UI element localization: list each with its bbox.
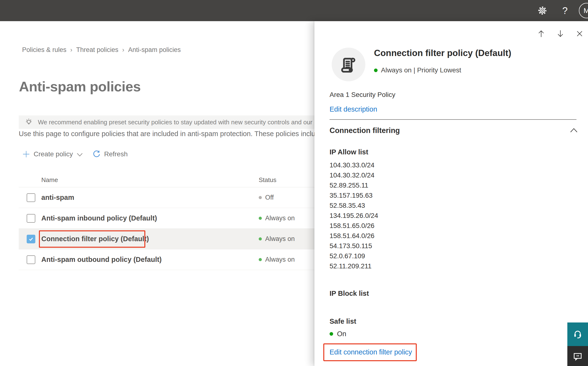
status-dot-icon xyxy=(374,69,378,72)
settings-gear-icon[interactable] xyxy=(535,3,550,18)
ip-entry: 52.58.35.43 xyxy=(330,201,378,211)
breadcrumb-anti-spam-policies[interactable]: Anti-spam policies xyxy=(128,46,181,54)
feedback-button[interactable] xyxy=(567,346,588,366)
close-icon[interactable] xyxy=(575,29,584,38)
ip-entry: 158.51.65.0/26 xyxy=(330,221,378,231)
ip-entry: 158.51.64.0/26 xyxy=(330,231,378,241)
top-app-bar: ? M xyxy=(0,0,588,21)
page-title: Anti-spam policies xyxy=(19,78,141,94)
toolbar: Create policy Refresh xyxy=(22,148,128,160)
table-row[interactable]: anti-spam Off xyxy=(19,187,341,208)
policy-name[interactable]: anti-spam xyxy=(41,187,74,208)
status-dot-icon xyxy=(259,237,262,240)
flyout-nav xyxy=(536,29,584,38)
flyout-status-line: Always on | Priority Lowest xyxy=(374,66,461,74)
status-label: Always on xyxy=(265,235,295,243)
ip-entry: 104.30.32.0/24 xyxy=(330,170,378,180)
refresh-icon xyxy=(92,150,101,158)
breadcrumb-threat-policies[interactable]: Threat policies xyxy=(76,46,118,54)
banner-text: We recommend enabling preset security po… xyxy=(38,119,338,126)
ip-entry: 52.11.209.211 xyxy=(330,261,378,271)
policy-status: Always on xyxy=(259,208,295,229)
gear-icon xyxy=(537,6,547,16)
edit-connection-filter-policy-link[interactable]: Edit connection filter policy xyxy=(330,348,412,356)
breadcrumb-separator-icon: › xyxy=(122,46,125,54)
ip-entry: 54.173.50.115 xyxy=(330,241,378,251)
status-label: Always on xyxy=(265,256,295,263)
arrow-up-icon[interactable] xyxy=(536,29,546,38)
refresh-label: Refresh xyxy=(104,150,128,158)
safe-list-value: On xyxy=(330,330,346,338)
policy-status: Always on xyxy=(259,249,295,270)
section-connection-filtering[interactable]: Connection filtering xyxy=(330,126,400,135)
row-checkbox[interactable] xyxy=(27,193,35,202)
row-checkbox[interactable] xyxy=(27,214,35,223)
ip-allow-list-label: IP Allow list xyxy=(330,148,368,156)
feedback-bubble-icon xyxy=(572,351,583,361)
flyout-title: Connection filter policy (Default) xyxy=(374,48,511,58)
headset-icon xyxy=(572,328,583,340)
flyout-status-text: Always on | Priority Lowest xyxy=(381,66,461,74)
refresh-button[interactable]: Refresh xyxy=(92,150,128,158)
safe-list-status: On xyxy=(337,330,346,338)
ip-block-list-label: IP Block list xyxy=(330,290,369,297)
create-policy-label: Create policy xyxy=(34,150,73,158)
breadcrumb-separator-icon: › xyxy=(70,46,73,54)
check-icon xyxy=(28,236,34,242)
support-button[interactable] xyxy=(567,322,588,346)
policy-icon-circle xyxy=(332,48,365,81)
table-row[interactable]: Anti-spam outbound policy (Default) Alwa… xyxy=(19,249,341,270)
create-policy-button[interactable]: Create policy xyxy=(22,150,83,158)
edit-description-link[interactable]: Edit description xyxy=(330,105,377,113)
help-icon[interactable]: ? xyxy=(558,3,572,18)
policy-details-flyout: Connection filter policy (Default) Alway… xyxy=(314,21,588,366)
plus-icon xyxy=(22,150,30,158)
table-row-selected[interactable]: Connection filter policy (Default) Alway… xyxy=(19,229,341,249)
policy-name[interactable]: Anti-spam inbound policy (Default) xyxy=(41,208,157,229)
divider xyxy=(330,119,576,120)
policy-name[interactable]: Anti-spam outbound policy (Default) xyxy=(41,249,162,270)
policy-status: Off xyxy=(259,187,274,208)
chevron-down-icon xyxy=(77,153,83,157)
column-header-status[interactable]: Status xyxy=(259,176,276,184)
status-dot-icon xyxy=(259,258,262,261)
ip-entry: 134.195.26.0/24 xyxy=(330,211,378,221)
policy-status: Always on xyxy=(259,229,295,249)
chevron-up-icon[interactable] xyxy=(570,127,578,133)
table-row[interactable]: Anti-spam inbound policy (Default) Alway… xyxy=(19,208,341,229)
policy-table: Name Status anti-spam Off Anti-spam inbo… xyxy=(19,170,341,270)
column-header-name[interactable]: Name xyxy=(41,176,58,184)
status-dot-icon xyxy=(330,332,333,336)
status-label: Always on xyxy=(265,214,295,222)
lightbulb-icon xyxy=(24,117,34,127)
policy-description: Area 1 Security Policy xyxy=(330,91,395,99)
breadcrumb-policies-rules[interactable]: Policies & rules xyxy=(22,46,66,54)
ip-allow-list: 104.30.33.0/24 104.30.32.0/24 52.89.255.… xyxy=(330,160,378,271)
row-checkbox[interactable] xyxy=(27,235,35,243)
policy-name[interactable]: Connection filter policy (Default) xyxy=(41,229,149,249)
ip-entry: 35.157.195.63 xyxy=(330,191,378,201)
arrow-down-icon[interactable] xyxy=(556,29,565,38)
status-dot-icon xyxy=(259,217,262,220)
recommendation-banner: We recommend enabling preset security po… xyxy=(19,115,338,129)
ip-entry: 52.89.255.11 xyxy=(330,180,378,191)
ip-entry: 52.0.67.109 xyxy=(330,251,378,261)
status-label: Off xyxy=(265,194,274,201)
ip-entry: 104.30.33.0/24 xyxy=(330,160,378,170)
table-header: Name Status xyxy=(19,170,341,187)
status-dot-icon xyxy=(259,196,262,199)
safe-list-label: Safe list xyxy=(330,317,356,325)
policy-scroll-icon xyxy=(339,55,358,74)
account-avatar[interactable]: M xyxy=(579,3,588,18)
row-checkbox[interactable] xyxy=(27,255,35,264)
page-description: Use this page to configure policies that… xyxy=(19,130,355,138)
topbar-actions: ? M xyxy=(535,0,588,21)
breadcrumb: Policies & rules › Threat policies › Ant… xyxy=(22,46,181,54)
